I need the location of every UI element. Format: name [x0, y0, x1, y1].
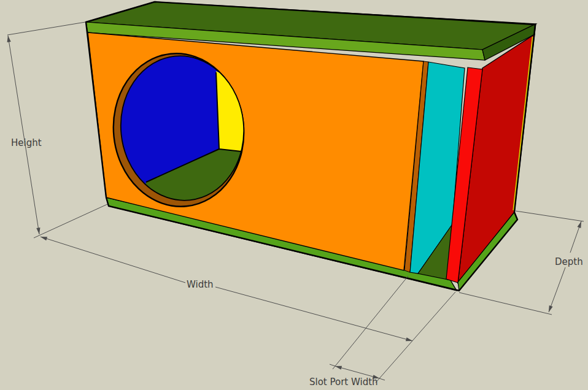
enclosure-diagram: Height Width Depth Slot Port Width	[0, 0, 588, 390]
depth-label: Depth	[555, 256, 583, 267]
width-label: Width	[187, 279, 214, 290]
slot-port-width-label: Slot Port Width	[309, 377, 378, 388]
height-label: Height	[11, 137, 42, 148]
